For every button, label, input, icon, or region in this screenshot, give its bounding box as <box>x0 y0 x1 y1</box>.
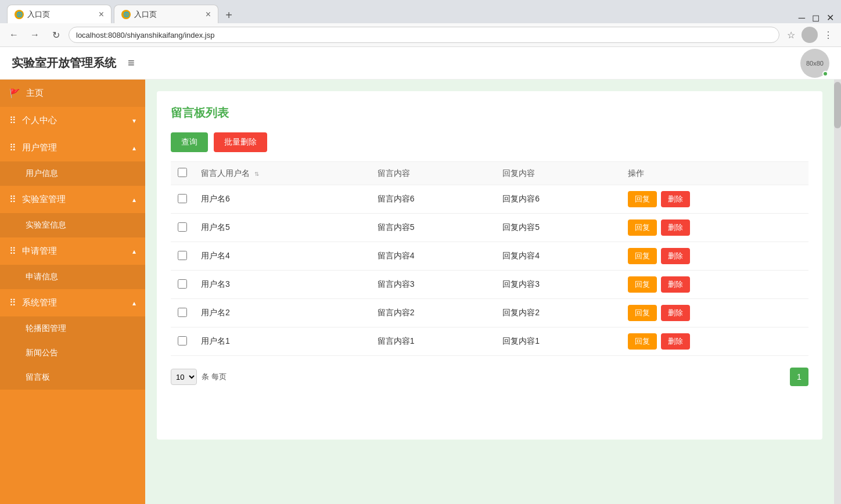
sidebar-item-sys-mgmt[interactable]: ⠿ 系统管理 ▴ <box>0 289 145 316</box>
row-username-3: 用户名3 <box>194 271 371 299</box>
sidebar-item-lab-mgmt[interactable]: ⠿ 实验室管理 ▴ <box>0 186 145 213</box>
address-bar[interactable] <box>69 27 779 43</box>
tab-2[interactable]: 🌐 入口页 × <box>114 5 218 23</box>
reply-button-0[interactable]: 回复 <box>628 191 657 207</box>
tab-1-label: 入口页 <box>27 9 50 20</box>
back-button[interactable]: ← <box>6 27 22 43</box>
sidebar-user-info-label: 用户信息 <box>26 168 58 178</box>
per-page-label: 条 每页 <box>202 372 227 382</box>
tab-1[interactable]: 🌐 入口页 × <box>7 5 112 23</box>
header-avatar[interactable]: 80x80 <box>800 49 829 78</box>
per-page-select[interactable]: 10 20 50 <box>171 369 197 385</box>
sort-icon: ⇅ <box>254 171 259 177</box>
row-checkbox-3[interactable] <box>178 279 187 289</box>
delete-button-1[interactable]: 删除 <box>661 219 690 236</box>
reply-button-4[interactable]: 回复 <box>628 305 657 321</box>
row-checkbox-2[interactable] <box>178 251 187 260</box>
forward-button[interactable]: → <box>27 27 43 43</box>
table-row: 用户名1 留言内容1 回复内容1 回复 删除 <box>171 327 808 356</box>
query-button[interactable]: 查询 <box>171 132 208 152</box>
row-checkbox-4[interactable] <box>178 308 187 317</box>
user-avatar[interactable] <box>802 27 818 43</box>
row-content-2: 留言内容4 <box>371 242 495 271</box>
row-checkbox-1[interactable] <box>178 222 187 232</box>
table-row: 用户名6 留言内容6 回复内容6 回复 删除 <box>171 185 808 214</box>
apply-mgmt-arrow-icon: ▴ <box>132 247 136 255</box>
tab-2-favicon: 🌐 <box>121 10 131 19</box>
sidebar-item-user-mgmt[interactable]: ⠿ 用户管理 ▴ <box>0 134 145 161</box>
row-reply-0: 回复内容6 <box>495 185 620 214</box>
table-header-checkbox-cell <box>171 162 194 185</box>
row-reply-3: 回复内容3 <box>495 271 620 299</box>
data-table: 留言人用户名 ⇅ 留言内容 回复内容 操作 用户名6 留 <box>171 161 808 356</box>
minimize-icon[interactable]: ─ <box>799 13 805 23</box>
lab-mgmt-arrow-icon: ▴ <box>132 196 136 204</box>
apply-mgmt-grid-icon: ⠿ <box>9 246 16 257</box>
sidebar-item-home[interactable]: 🚩 主页 <box>0 80 145 107</box>
sidebar-item-personal[interactable]: ⠿ 个人中心 ▾ <box>0 107 145 134</box>
menu-icon[interactable]: ⋮ <box>821 28 835 42</box>
row-action-5: 回复 删除 <box>621 327 809 356</box>
tab-1-close-icon[interactable]: × <box>99 10 104 19</box>
row-checkbox-cell <box>171 299 194 327</box>
sidebar-apply-info-label: 申请信息 <box>26 272 58 281</box>
pagination-row: 10 20 50 条 每页 1 <box>171 368 808 386</box>
hamburger-icon[interactable]: ≡ <box>128 56 135 70</box>
row-checkbox-cell <box>171 185 194 214</box>
sidebar-item-lab-info[interactable]: 实验室信息 <box>0 213 145 237</box>
sidebar-news-label: 新闻公告 <box>26 348 58 357</box>
page-1-button[interactable]: 1 <box>790 368 808 386</box>
row-username-5: 用户名1 <box>194 327 371 356</box>
row-action-0: 回复 删除 <box>621 185 809 214</box>
table-header-content: 留言内容 <box>371 162 495 185</box>
row-content-3: 留言内容3 <box>371 271 495 299</box>
table-row: 用户名3 留言内容3 回复内容3 回复 删除 <box>171 271 808 299</box>
sidebar-item-user-info[interactable]: 用户信息 <box>0 161 145 186</box>
table-header-reply: 回复内容 <box>495 162 620 185</box>
row-checkbox-5[interactable] <box>178 336 187 345</box>
reply-button-2[interactable]: 回复 <box>628 248 657 264</box>
online-status-dot <box>822 71 828 77</box>
row-checkbox-0[interactable] <box>178 194 187 203</box>
reply-button-5[interactable]: 回复 <box>628 333 657 350</box>
sys-mgmt-arrow-icon: ▴ <box>132 299 136 307</box>
row-checkbox-cell <box>171 214 194 242</box>
toolbar: 查询 批量删除 <box>171 132 808 152</box>
new-tab-button[interactable]: + <box>221 7 237 23</box>
maximize-icon[interactable]: ◻ <box>812 12 820 23</box>
main-content: 留言板列表 查询 批量删除 留言人用户名 <box>145 80 834 504</box>
reply-button-3[interactable]: 回复 <box>628 276 657 293</box>
row-content-1: 留言内容5 <box>371 214 495 242</box>
scrollbar-thumb[interactable] <box>834 82 841 128</box>
sidebar-guestbook-label: 留言板 <box>26 372 50 381</box>
row-username-2: 用户名4 <box>194 242 371 271</box>
sidebar-item-guestbook[interactable]: 留言板 <box>0 365 145 390</box>
delete-button-0[interactable]: 删除 <box>661 191 690 207</box>
delete-button-2[interactable]: 删除 <box>661 248 690 264</box>
row-username-0: 用户名6 <box>194 185 371 214</box>
user-mgmt-arrow-icon: ▴ <box>132 144 136 152</box>
tab-1-favicon: 🌐 <box>15 10 24 19</box>
content-card: 留言板列表 查询 批量删除 留言人用户名 <box>157 91 822 440</box>
tab-2-close-icon[interactable]: × <box>206 10 211 19</box>
bookmark-icon[interactable]: ☆ <box>784 28 798 42</box>
close-window-icon[interactable]: ✕ <box>826 12 834 23</box>
scrollbar[interactable] <box>834 80 841 504</box>
sidebar-item-apply-info[interactable]: 申请信息 <box>0 265 145 289</box>
select-all-checkbox[interactable] <box>178 168 187 177</box>
row-reply-4: 回复内容2 <box>495 299 620 327</box>
sidebar-user-mgmt-label: 用户管理 <box>22 142 57 153</box>
reply-button-1[interactable]: 回复 <box>628 219 657 236</box>
refresh-button[interactable]: ↻ <box>48 27 64 43</box>
sidebar-personal-label: 个人中心 <box>22 115 57 126</box>
row-checkbox-cell <box>171 327 194 356</box>
row-reply-1: 回复内容5 <box>495 214 620 242</box>
sidebar-item-news[interactable]: 新闻公告 <box>0 341 145 365</box>
sidebar-item-apply-mgmt[interactable]: ⠿ 申请管理 ▴ <box>0 237 145 265</box>
row-checkbox-cell <box>171 242 194 271</box>
batch-delete-button[interactable]: 批量删除 <box>214 132 267 152</box>
delete-button-4[interactable]: 删除 <box>661 305 690 321</box>
sidebar-item-carousel[interactable]: 轮播图管理 <box>0 316 145 341</box>
delete-button-3[interactable]: 删除 <box>661 276 690 293</box>
delete-button-5[interactable]: 删除 <box>661 333 690 350</box>
